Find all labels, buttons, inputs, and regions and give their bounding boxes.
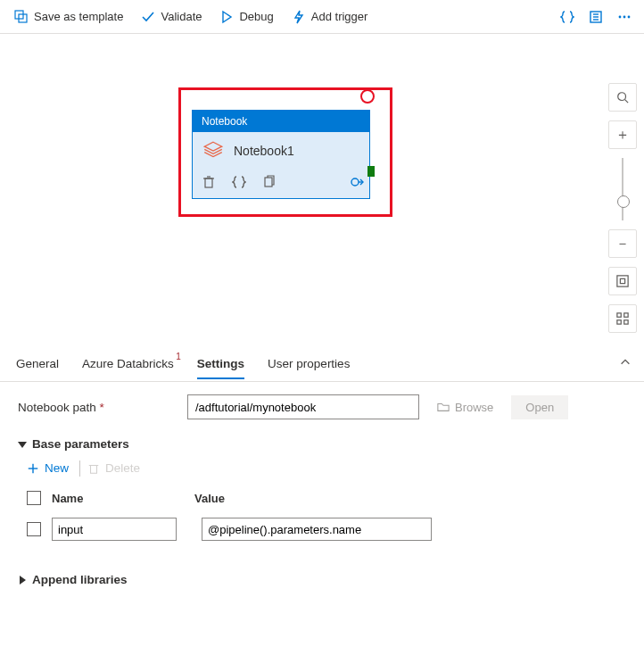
base-parameters-header[interactable]: Base parameters — [18, 437, 626, 451]
save-template-icon — [14, 10, 29, 24]
auto-align-button[interactable] — [608, 304, 637, 333]
delete-parameter-button: Delete — [87, 461, 140, 475]
svg-point-15 — [351, 178, 359, 186]
svg-rect-22 — [624, 313, 628, 317]
folder-icon — [437, 401, 450, 413]
add-trigger-button[interactable]: Add trigger — [285, 6, 376, 28]
svg-rect-20 — [620, 278, 624, 283]
svg-point-17 — [618, 93, 626, 101]
table-header: Name Value — [18, 487, 446, 514]
open-button[interactable]: Open — [511, 395, 568, 419]
required-asterisk: * — [100, 401, 104, 414]
pipeline-canvas[interactable]: Notebook Notebook1 ＋ － — [0, 34, 644, 346]
divider — [79, 460, 80, 477]
plus-icon — [27, 462, 39, 475]
browse-button[interactable]: Browse — [437, 401, 493, 414]
validate-button[interactable]: Validate — [134, 6, 209, 28]
notebook-path-row: Notebook path * Browse Open — [18, 394, 626, 419]
tab-badge-error: 1 — [176, 352, 181, 361]
caret-down-icon — [18, 440, 27, 449]
zoom-out-button[interactable]: － — [608, 229, 637, 258]
trash-icon — [87, 462, 100, 475]
add-trigger-label: Add trigger — [311, 10, 368, 23]
debug-label: Debug — [239, 10, 273, 23]
tab-azure-databricks[interactable]: Azure Databricks 1 — [82, 348, 174, 379]
svg-rect-24 — [624, 320, 628, 324]
svg-rect-19 — [617, 276, 628, 286]
braces-icon[interactable] — [232, 175, 246, 189]
param-name-input[interactable] — [52, 518, 177, 541]
svg-marker-30 — [20, 576, 26, 585]
delete-parameter-label: Delete — [105, 461, 140, 475]
notebook-path-input[interactable] — [187, 394, 419, 419]
caret-right-icon — [18, 576, 27, 585]
play-icon — [219, 10, 234, 24]
append-libraries-header[interactable]: Append libraries — [18, 573, 626, 586]
base-parameters-table: Name Value — [18, 487, 446, 544]
save-as-template-label: Save as template — [34, 10, 123, 23]
svg-rect-11 — [205, 178, 212, 187]
svg-point-8 — [623, 15, 626, 18]
tab-settings[interactable]: Settings — [197, 348, 244, 379]
properties-icon — [589, 10, 603, 24]
activity-node-name: Notebook1 — [234, 144, 294, 158]
tab-azure-databricks-label: Azure Databricks — [82, 357, 174, 370]
databricks-icon — [202, 139, 225, 162]
ellipsis-icon — [617, 10, 632, 24]
toolbar: Save as template Validate Debug Add trig… — [0, 0, 644, 34]
base-parameters-label: Base parameters — [32, 437, 129, 451]
tab-user-properties[interactable]: User properties — [268, 348, 350, 379]
fit-icon — [616, 275, 629, 287]
param-value-input[interactable] — [202, 518, 432, 541]
col-header-value: Value — [194, 492, 426, 505]
search-icon — [616, 91, 629, 104]
activity-node-notebook[interactable]: Notebook Notebook1 — [192, 110, 370, 199]
tab-general[interactable]: General — [16, 348, 59, 379]
settings-panel: Notebook path * Browse Open Base paramet… — [0, 382, 644, 604]
new-parameter-button[interactable]: New — [23, 460, 72, 477]
svg-point-7 — [619, 15, 622, 18]
row-checkbox[interactable] — [27, 522, 41, 536]
base-parameters-actions: New Delete — [23, 460, 626, 477]
delete-icon[interactable] — [202, 175, 216, 189]
col-header-name: Name — [52, 492, 194, 505]
chevron-up-icon — [619, 356, 632, 369]
notebook-path-label: Notebook path * — [18, 401, 169, 414]
lightning-icon — [292, 10, 306, 24]
save-as-template-button[interactable]: Save as template — [7, 6, 130, 28]
append-libraries-label: Append libraries — [32, 573, 128, 586]
copy-icon[interactable] — [262, 175, 277, 189]
svg-rect-21 — [617, 313, 621, 317]
svg-rect-14 — [265, 178, 272, 187]
canvas-zoom-controls: ＋ － — [607, 83, 639, 333]
debug-button[interactable]: Debug — [212, 6, 280, 28]
svg-point-9 — [628, 15, 631, 18]
properties-button[interactable] — [583, 4, 608, 29]
table-row — [18, 514, 446, 544]
grid-icon — [616, 312, 629, 325]
browse-label: Browse — [455, 401, 493, 414]
annotation-circle — [360, 89, 375, 104]
search-canvas-button[interactable] — [608, 83, 637, 112]
code-view-button[interactable] — [555, 4, 580, 29]
select-all-checkbox[interactable] — [27, 491, 41, 505]
zoom-in-button[interactable]: ＋ — [608, 120, 637, 149]
validate-label: Validate — [161, 10, 202, 23]
more-button[interactable] — [612, 4, 637, 29]
svg-line-18 — [625, 100, 629, 104]
svg-marker-25 — [18, 442, 27, 448]
zoom-slider[interactable] — [622, 158, 623, 220]
arrow-out-icon[interactable] — [350, 175, 364, 189]
braces-icon — [560, 10, 574, 24]
svg-rect-23 — [617, 320, 621, 324]
svg-marker-2 — [223, 12, 231, 22]
fit-to-screen-button[interactable] — [608, 267, 637, 295]
new-parameter-label: New — [45, 461, 69, 475]
notebook-path-label-text: Notebook path — [18, 401, 96, 414]
collapse-panel-button[interactable] — [619, 356, 632, 371]
activity-tabs: General Azure Databricks 1 Settings User… — [0, 346, 644, 382]
svg-rect-28 — [91, 465, 97, 473]
check-icon — [141, 10, 155, 24]
activity-node-type: Notebook — [193, 111, 369, 132]
svg-marker-10 — [204, 142, 222, 151]
